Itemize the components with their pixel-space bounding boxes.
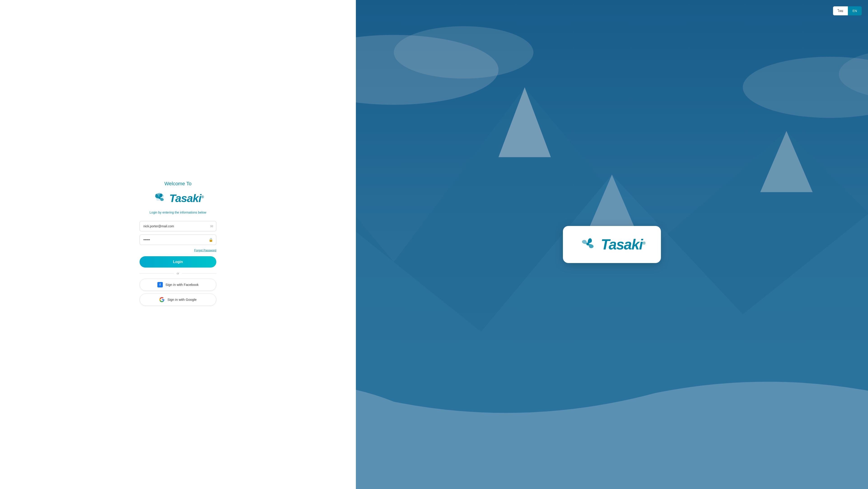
google-signin-button[interactable]: Sign in with Google bbox=[140, 293, 216, 306]
google-icon bbox=[159, 297, 165, 303]
password-input[interactable] bbox=[140, 235, 216, 245]
facebook-signin-label: Sign in with Facebook bbox=[165, 283, 199, 287]
right-panel: ไทย EN Tasaki® bbox=[356, 0, 868, 489]
email-icon: ✉ bbox=[210, 224, 213, 228]
password-form-group: 🔒 bbox=[140, 235, 216, 245]
welcome-text: Welcome To bbox=[164, 181, 191, 186]
center-tasaki-logo-icon bbox=[579, 235, 597, 254]
forgot-password-link[interactable]: Forgot Password bbox=[194, 249, 216, 252]
logo-container: Tasaki® bbox=[152, 191, 204, 206]
lang-thai-button[interactable]: ไทย bbox=[833, 6, 848, 16]
lock-icon: 🔒 bbox=[209, 237, 213, 242]
divider-row: or bbox=[140, 271, 216, 275]
login-panel: Welcome To T bbox=[0, 0, 356, 489]
tasaki-logo-icon bbox=[152, 191, 167, 206]
lang-en-button[interactable]: EN bbox=[848, 6, 862, 16]
divider-right bbox=[182, 273, 216, 274]
facebook-icon: f bbox=[157, 282, 163, 287]
center-logo-text: Tasaki® bbox=[601, 236, 645, 253]
login-button[interactable]: Login bbox=[140, 256, 216, 267]
center-logo-card: Tasaki® bbox=[563, 226, 661, 263]
google-signin-label: Sign in with Google bbox=[167, 297, 196, 301]
svg-point-7 bbox=[586, 243, 589, 246]
facebook-signin-button[interactable]: f Sign in with Facebook bbox=[140, 279, 216, 291]
divider-text: or bbox=[177, 271, 179, 275]
subtitle-text: Login by entering the informations below bbox=[150, 210, 206, 214]
forgot-password-row: Forgot Password bbox=[140, 248, 216, 252]
email-form-group: ✉ bbox=[140, 221, 216, 231]
email-input[interactable] bbox=[140, 221, 216, 231]
logo-text: Tasaki® bbox=[169, 192, 204, 204]
divider-left bbox=[140, 273, 174, 274]
language-toggle: ไทย EN bbox=[833, 6, 862, 16]
svg-point-0 bbox=[158, 197, 160, 199]
